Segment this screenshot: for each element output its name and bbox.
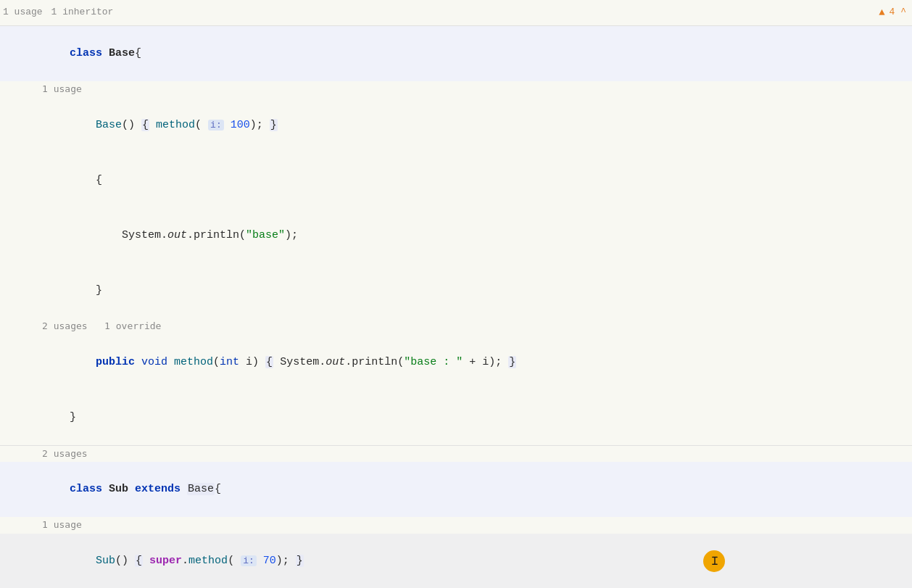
string-base: "base" <box>246 229 285 241</box>
cursor-i-beam: 𝙸 <box>710 552 718 571</box>
kw-class-sub: class <box>70 483 109 495</box>
brace-close: } <box>270 119 278 131</box>
line-number <box>0 153 28 208</box>
top-bar: 1 usage 1 inheritor ▲ 4 ^ <box>0 0 912 26</box>
string-base-colon: "base : " <box>404 356 463 368</box>
usage-count: 1 usage <box>3 5 43 20</box>
hint-text: 2 usages 1 override <box>28 319 167 334</box>
brace-open: { <box>141 119 149 131</box>
line-content[interactable]: Base() { method( i: 100); } <box>28 98 912 153</box>
class-name-sub: Sub <box>109 483 135 495</box>
line-number <box>0 263 28 318</box>
println-end: ); <box>285 229 298 241</box>
line-content[interactable]: class Base{ <box>28 26 912 81</box>
code-line-base-method[interactable]: public void method(int i) { System.out.p… <box>0 335 912 390</box>
italic-out: out <box>326 356 345 368</box>
hint-row-2usages-1override: 2 usages 1 override <box>0 318 912 335</box>
inheritor-count: 1 inheritor <box>51 5 114 20</box>
warning-icon: ▲ <box>879 4 884 20</box>
brace-open-sub-ctor: { <box>135 555 143 567</box>
method-ref-super: method <box>188 555 228 567</box>
brace-close-method: } <box>96 284 102 297</box>
line-number <box>0 462 28 517</box>
brace-open-sub: { <box>215 483 221 495</box>
warning-count[interactable]: 4 ^ <box>890 5 906 20</box>
top-bar-warnings: ▲ 4 ^ <box>879 4 906 20</box>
line-content[interactable]: } <box>28 263 912 318</box>
kw-void: void <box>141 356 174 368</box>
line-content[interactable]: System.out.println("base"); <box>28 208 912 263</box>
brace: { <box>135 47 141 59</box>
kw-extends: extends <box>135 483 187 495</box>
param-hint-i-70: i: <box>241 555 257 566</box>
method-name-method: method <box>174 356 213 368</box>
line-number <box>0 335 28 390</box>
brace-open-inline: { <box>265 356 273 368</box>
class-name-base: Base <box>109 47 135 59</box>
line-content[interactable]: Sub() { super.method( i: 70); } <box>28 534 912 588</box>
method-call: method <box>156 119 195 131</box>
code-line-close-brace-1[interactable]: } <box>0 263 912 318</box>
brace-close-inline: } <box>508 356 516 368</box>
line-content[interactable]: } <box>28 390 912 445</box>
hint-text: 1 usage <box>28 82 88 97</box>
code-line-open-brace-1[interactable]: { <box>0 153 912 208</box>
keyword-class: class <box>70 47 109 59</box>
constructor-name-base: Base <box>96 119 122 131</box>
hint-text: 1 usage <box>28 518 88 533</box>
kw-int: int <box>220 356 239 368</box>
top-bar-hints: 1 usage 1 inheritor <box>0 5 113 20</box>
code-line-println-base[interactable]: System.out.println("base"); <box>0 208 912 263</box>
editor-container: 1 usage 1 inheritor ▲ 4 ^ class Base{ 1 … <box>0 0 912 588</box>
brace-close-sub-ctor: } <box>296 555 304 567</box>
class-close-brace: } <box>70 411 76 423</box>
cursor-indicator: 𝙸 <box>703 550 725 572</box>
hint-row-1usage-base-constructor: 1 usage <box>0 81 912 98</box>
hint-row-2usages-sub: 2 usages <box>0 446 912 463</box>
number-70: 70 <box>263 555 276 567</box>
line-number <box>0 26 28 81</box>
line-number <box>0 208 28 263</box>
kw-super: super <box>149 555 182 567</box>
brace-open-method: { <box>96 174 102 186</box>
hint-text: 2 usages <box>28 447 94 462</box>
constructor-name-sub: Sub <box>96 555 115 567</box>
line-number <box>0 390 28 445</box>
code-line-close-class-base[interactable]: } <box>0 390 912 445</box>
line-content[interactable]: public void method(int i) { System.out.p… <box>28 335 912 390</box>
line-number <box>0 98 28 153</box>
kw-public: public <box>96 356 141 368</box>
system-out: System.out.println( <box>122 229 246 241</box>
line-content[interactable]: class Sub extends Base{ <box>28 462 912 517</box>
number-100: 100 <box>231 119 250 131</box>
hint-row-1usage-sub-constructor: 1 usage <box>0 517 912 534</box>
code-line-base-constructor[interactable]: Base() { method( i: 100); } <box>0 98 912 153</box>
code-line-class-base[interactable]: class Base{ <box>0 26 912 81</box>
code-line-class-sub[interactable]: class Sub extends Base{ <box>0 462 912 517</box>
line-number <box>0 534 28 588</box>
line-content[interactable]: { <box>28 153 912 208</box>
code-line-sub-constructor[interactable]: Sub() { super.method( i: 70); } 𝙸 <box>0 534 912 588</box>
class-name-base-ref: Base <box>187 483 215 495</box>
param-hint-i: i: <box>208 120 224 131</box>
